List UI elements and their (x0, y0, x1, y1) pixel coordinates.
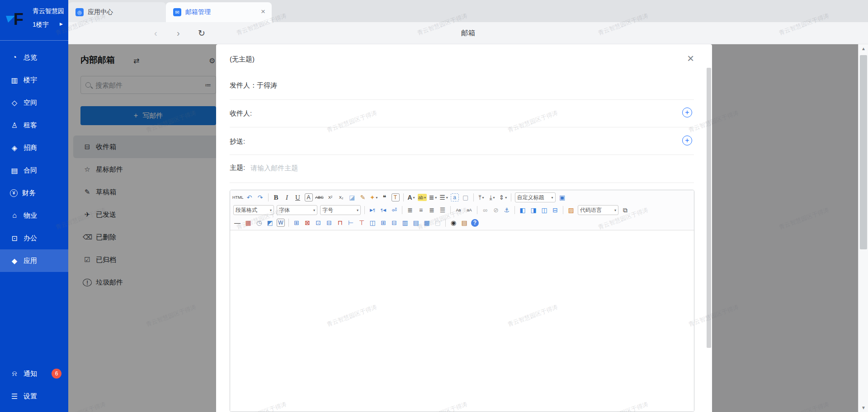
close-tab-icon[interactable]: × (261, 7, 265, 16)
new-document-button[interactable]: ▢ (460, 192, 471, 203)
auto-wrap-button[interactable]: ⏎ (389, 205, 400, 215)
ordered-list-button[interactable]: ≣▾ (428, 192, 439, 203)
anchor-text-button[interactable]: a (451, 193, 459, 201)
sidebar-item-property[interactable]: ⌂物业 (0, 204, 68, 227)
delete-table-button[interactable]: ⊠ (302, 217, 313, 228)
align-justify-button[interactable]: ☰ (437, 205, 448, 215)
insert-image-button[interactable]: ▨ (566, 205, 576, 215)
strikethrough-button[interactable]: ABC (314, 192, 325, 203)
align-right-button[interactable]: ≣ (426, 205, 437, 215)
redo-button[interactable]: ↷ (255, 192, 266, 203)
format-brush-button[interactable]: ✎ (358, 192, 368, 203)
subject-input[interactable] (250, 164, 673, 172)
insert-link-button[interactable]: ∞ (480, 205, 491, 215)
tab-mail-management[interactable]: ✉ 邮箱管理 × (166, 2, 272, 22)
indent-button[interactable]: ▶¶ (367, 205, 378, 215)
close-icon[interactable]: × (687, 52, 694, 64)
insert-code-button[interactable]: ⧉ (620, 205, 631, 215)
page-scrollbar-thumb[interactable] (860, 55, 867, 249)
bold-button[interactable]: B (271, 192, 282, 203)
insert-column-right-button[interactable]: ▥ (400, 217, 410, 228)
image-block-button[interactable]: ⊟ (550, 205, 561, 215)
align-center-button[interactable]: ≡ (415, 205, 426, 215)
underline-button[interactable]: U (292, 192, 303, 203)
char-border-button[interactable]: A (305, 193, 313, 201)
split-cell-horizontal-button[interactable]: ⊞ (378, 217, 389, 228)
to-lowercase-button[interactable]: aA (464, 205, 475, 215)
sidebar-item-notifications[interactable]: ⍾通知6 (0, 362, 68, 385)
outdent-button[interactable]: ¶◀ (378, 205, 389, 215)
toolbar-row: 段落格式▾字体▾字号▾▶¶¶◀⏎≣≡≣☰AaaA∞⊘⚓◧◨◫⊟▨代码语言▾⧉ (232, 204, 692, 216)
paste-as-text-button[interactable]: T (392, 193, 400, 201)
font-size-select[interactable]: 字号▾ (320, 205, 361, 215)
insert-column-left-button[interactable]: ⊢ (345, 217, 356, 228)
fullscreen-button[interactable]: ▣ (557, 192, 568, 203)
subscript-button[interactable]: X₂ (336, 192, 347, 203)
add-cc-button[interactable]: + (682, 136, 692, 145)
align-left-button[interactable]: ≣ (405, 205, 415, 215)
remove-format-button[interactable]: ◪ (347, 192, 358, 203)
sidebar-item-building[interactable]: ▥楼宇 (0, 69, 68, 91)
building-selector[interactable]: 1楼宇 ▶ (33, 21, 49, 29)
editor-body[interactable] (230, 232, 694, 412)
add-recipient-button[interactable]: + (682, 108, 692, 117)
sidebar-item-space[interactable]: ◇空间 (0, 91, 68, 114)
paragraph-spacing-bottom-button[interactable]: ⤓▾ (487, 192, 498, 203)
sidebar-item-office[interactable]: ⊡办公 (0, 227, 68, 249)
remove-link-button[interactable]: ⊘ (491, 205, 501, 215)
line-height-button[interactable]: ⇕▾ (498, 192, 509, 203)
image-float-left-button[interactable]: ◧ (517, 205, 528, 215)
font-family-select[interactable]: 字体▾ (277, 205, 317, 215)
sidebar-item-contract[interactable]: ▤合同 (0, 159, 68, 182)
sidebar-item-finance[interactable]: ¥财务 (0, 182, 68, 204)
horizontal-rule-button[interactable]: — (232, 217, 243, 228)
image-center-button[interactable]: ◫ (539, 205, 550, 215)
image-float-right-button[interactable]: ◨ (528, 205, 539, 215)
page-break-button[interactable]: ▢ (432, 217, 443, 228)
highlight-color-button[interactable]: ab▾ (418, 194, 427, 201)
sidebar-item-label: 空间 (24, 98, 37, 107)
merge-cells-button[interactable]: ◫ (367, 217, 378, 228)
paragraph-format-select[interactable]: 段落格式▾ (233, 205, 274, 215)
delete-column-button[interactable]: ▤ (410, 217, 421, 228)
superscript-button[interactable]: X² (325, 192, 336, 203)
modal-scrollbar-thumb[interactable] (707, 68, 711, 348)
scroll-up-icon[interactable]: ▲ (859, 46, 868, 51)
app-logo[interactable]: F 青云智慧园 1楼宇 ▶ (0, 4, 68, 35)
undo-button[interactable]: ↶ (244, 192, 255, 203)
split-cell-vertical-button[interactable]: ⊟ (389, 217, 400, 228)
table-layout-button[interactable]: ▦ (421, 217, 432, 228)
sidebar-item-apps[interactable]: ◆应用 (0, 249, 68, 272)
sidebar-item-settings[interactable]: ☰设置 (0, 385, 68, 407)
cell-properties-button[interactable]: ⊟ (324, 217, 335, 228)
anchor-button[interactable]: ⚓ (501, 205, 512, 215)
insert-row-above-button[interactable]: ⊓ (335, 217, 345, 228)
italic-button[interactable]: I (282, 192, 292, 203)
mail-management-icon: ✉ (173, 8, 181, 16)
scroll-down-icon[interactable]: ▼ (859, 405, 868, 410)
sidebar-item-overview[interactable]: ◔总览 (0, 46, 68, 69)
table-properties-button[interactable]: ⊡ (313, 217, 324, 228)
sidebar-item-investment[interactable]: ◈招商 (0, 136, 68, 159)
sidebar-item-tenant[interactable]: ♙租客 (0, 114, 68, 136)
blockquote-button[interactable]: ❝ (379, 192, 390, 203)
auto-typeset-button[interactable]: ✦▾ (368, 192, 379, 203)
to-uppercase-button[interactable]: Aa (453, 205, 464, 215)
paste-button[interactable]: ▤ (459, 217, 470, 228)
help-button[interactable]: ? (471, 219, 479, 227)
chevron-down-icon: ▾ (357, 208, 359, 212)
delete-row-button[interactable]: ⊤ (356, 217, 367, 228)
word-import-button[interactable]: W (277, 219, 285, 227)
custom-heading-select[interactable]: 自定义标题▾ (515, 192, 556, 202)
insert-time-button[interactable]: ◷ (254, 217, 264, 228)
insert-table-button[interactable]: ⊞ (291, 217, 302, 228)
find-replace-button[interactable]: ◉ (448, 217, 459, 228)
paragraph-spacing-top-button[interactable]: ⤒▾ (476, 192, 487, 203)
unordered-list-button[interactable]: ☰▾ (439, 192, 449, 203)
insert-media-button[interactable]: ◩ (264, 217, 275, 228)
html-source-button[interactable]: HTML (232, 192, 244, 203)
tab-app-center[interactable]: ◎ 应用中心 (68, 2, 166, 22)
code-language-select[interactable]: 代码语言▾ (578, 205, 618, 215)
font-color-button[interactable]: A▾ (406, 192, 417, 203)
insert-date-button[interactable]: ▦ (243, 217, 254, 228)
